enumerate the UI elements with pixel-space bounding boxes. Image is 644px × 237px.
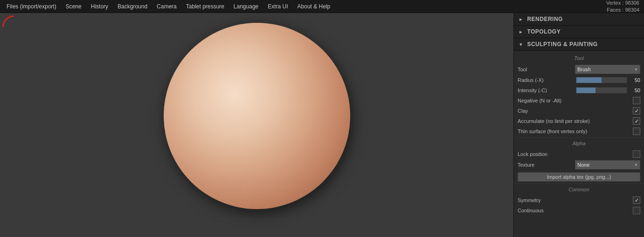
radius-slider[interactable] (576, 77, 627, 83)
radius-row: Radius (-X) 50 (514, 75, 644, 85)
import-alpha-button[interactable]: Import alpha tex (jpg, png...) (518, 172, 640, 182)
symmetry-checkbox[interactable] (633, 196, 640, 204)
menu-files[interactable]: Files (import/export) (2, 0, 61, 13)
texture-dropdown[interactable]: None ▼ (575, 160, 640, 169)
main-content: ► RENDERING ► TOPOLOGY ▼ SCULPTING & PAI… (0, 13, 644, 237)
symmetry-row: Symmetry (514, 195, 644, 205)
intensity-control: 50 (576, 87, 640, 94)
radius-fill (576, 77, 602, 83)
menu-camera[interactable]: Camera (152, 0, 181, 13)
accumulate-label: Accumulate (no limit per stroke) (518, 118, 633, 124)
menu-bar: Files (import/export) Scene History Back… (0, 0, 644, 13)
thin-surface-control (633, 128, 640, 135)
tool-value: Brush (577, 67, 591, 72)
divider-2 (514, 183, 644, 184)
lock-position-checkbox[interactable] (633, 150, 640, 158)
grid-floor (0, 181, 513, 237)
thin-surface-checkbox[interactable] (633, 128, 640, 135)
topology-arrow: ► (519, 29, 523, 34)
symmetry-control (633, 196, 640, 204)
tool-dropdown[interactable]: Brush ▼ (575, 65, 640, 74)
accumulate-row: Accumulate (no limit per stroke) (514, 116, 644, 126)
menu-extra-ui[interactable]: Extra UI (263, 0, 292, 13)
menu-tablet[interactable]: Tablet pressure (181, 0, 229, 13)
texture-dropdown-arrow: ▼ (634, 163, 638, 167)
tool-control: Brush ▼ (575, 65, 640, 74)
tool-label: Tool (518, 67, 575, 72)
grid-svg (0, 181, 513, 237)
intensity-value: 50 (629, 88, 640, 93)
svg-rect-0 (0, 181, 513, 237)
intensity-fill (576, 88, 596, 93)
negative-control (633, 97, 640, 104)
tool-row: Tool Brush ▼ (514, 64, 644, 75)
radius-control: 50 (576, 77, 640, 83)
menu-language[interactable]: Language (229, 0, 263, 13)
negative-row: Negative (N or -Alt) (514, 95, 644, 106)
continuous-row: Continuous (514, 205, 644, 216)
texture-row: Texture None ▼ (514, 159, 644, 170)
intensity-label: Intensity (-C) (518, 88, 576, 93)
texture-label: Texture (518, 162, 575, 168)
sculpting-label: SCULPTING & PAINTING (527, 41, 597, 47)
divider-1 (514, 137, 644, 138)
clay-control (633, 107, 640, 115)
section-topology-header[interactable]: ► TOPOLOGY (514, 26, 644, 38)
right-panel: ► RENDERING ► TOPOLOGY ▼ SCULPTING & PAI… (513, 13, 644, 237)
radius-label: Radius (-X) (518, 77, 576, 83)
thin-surface-row: Thin surface (front vertex only) (514, 126, 644, 136)
section-sculpting-header[interactable]: ▼ SCULPTING & PAINTING (514, 38, 644, 51)
rendering-label: RENDERING (527, 16, 563, 22)
lock-position-control (633, 150, 640, 158)
continuous-control (633, 207, 640, 214)
common-section-label: Common (514, 185, 644, 195)
red-arc-indicator (2, 15, 26, 39)
menu-scene[interactable]: Scene (61, 0, 86, 13)
negative-label: Negative (N or -Alt) (518, 98, 633, 103)
sculpting-body: Tool Tool Brush ▼ Radius (-X) (514, 51, 644, 218)
intensity-row: Intensity (-C) 50 (514, 85, 644, 95)
continuous-label: Continuous (518, 208, 633, 213)
symmetry-label: Symmetry (518, 197, 633, 203)
tool-dropdown-arrow: ▼ (634, 68, 638, 72)
faces-count: Faces : 98304 (607, 7, 639, 13)
clay-row: Clay (514, 106, 644, 116)
rendering-arrow: ► (519, 17, 523, 22)
menu-items: Files (import/export) Scene History Back… (2, 0, 335, 13)
vertex-count: Vertex : 98306 (606, 0, 639, 7)
lock-position-row: Lock position (514, 149, 644, 159)
continuous-checkbox[interactable] (633, 207, 640, 214)
texture-value: None (577, 162, 589, 168)
alpha-section-label: Alpha (514, 139, 644, 149)
negative-checkbox[interactable] (633, 97, 640, 104)
menu-history[interactable]: History (86, 0, 113, 13)
lock-position-label: Lock position (518, 151, 633, 157)
viewport[interactable] (0, 13, 513, 237)
menu-stats: Vertex : 98306 Faces : 98304 (606, 0, 642, 13)
menu-about[interactable]: About & Help (293, 0, 335, 13)
tool-section-label: Tool (514, 54, 644, 64)
topology-label: TOPOLOGY (527, 28, 561, 35)
accumulate-checkbox[interactable] (633, 117, 640, 125)
menu-background[interactable]: Background (113, 0, 152, 13)
accumulate-control (633, 117, 640, 125)
clay-label: Clay (518, 108, 633, 114)
radius-value: 50 (629, 77, 640, 83)
thin-surface-label: Thin surface (front vertex only) (518, 129, 633, 134)
intensity-slider[interactable] (576, 87, 627, 94)
clay-checkbox[interactable] (633, 107, 640, 115)
texture-control: None ▼ (575, 160, 640, 169)
sculpting-arrow: ▼ (519, 42, 523, 47)
section-rendering-header[interactable]: ► RENDERING (514, 13, 644, 26)
